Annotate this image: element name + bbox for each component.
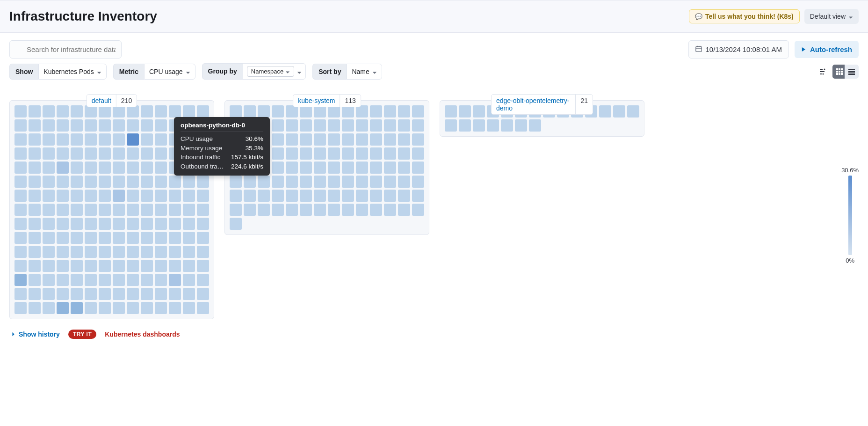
pod-cell[interactable] [141,204,153,216]
pod-cell[interactable] [169,302,181,314]
pod-cell[interactable] [14,232,27,244]
kubernetes-dashboards-link[interactable]: Kubernetes dashboards [105,331,180,338]
pod-cell[interactable] [141,260,153,272]
pod-cell[interactable] [384,162,396,174]
pod-cell[interactable] [412,147,424,160]
pod-cell[interactable] [57,288,69,300]
pod-cell[interactable] [230,105,242,118]
pod-cell[interactable] [197,274,209,286]
groupby-chip[interactable]: Namespace [247,66,294,77]
pod-cell[interactable] [183,176,195,188]
pod-cell[interactable] [370,190,382,202]
namespace-name[interactable]: default [87,95,116,107]
search-input[interactable] [9,40,122,59]
pod-cell[interactable] [412,190,424,202]
pod-cell[interactable] [71,176,83,188]
pod-cell[interactable] [197,302,209,314]
pod-cell[interactable] [85,246,97,258]
pod-cell[interactable] [29,218,41,230]
pod-cell[interactable] [99,288,111,300]
pod-cell[interactable] [314,176,326,188]
pod-cell[interactable] [529,119,541,132]
pod-cell[interactable] [230,190,242,202]
pod-cell[interactable] [99,218,111,230]
pod-cell[interactable] [141,246,153,258]
pod-cell[interactable] [272,133,284,146]
pod-cell[interactable] [14,133,27,146]
pod-cell[interactable] [272,190,284,202]
pod-cell[interactable] [197,260,209,272]
show-history-toggle[interactable]: Show history [11,331,60,338]
pod-cell[interactable] [384,190,396,202]
filter-sortby-value[interactable]: Name [347,64,382,80]
pod-cell[interactable] [155,260,167,272]
legend-options-button[interactable] [816,65,830,79]
pod-cell[interactable] [14,204,27,216]
pod-cell[interactable] [342,176,354,188]
pod-cell[interactable] [127,162,139,174]
pod-cell[interactable] [14,246,27,258]
namespace-name[interactable]: kube-system [293,95,340,107]
pod-cell[interactable] [113,232,125,244]
pod-cell[interactable] [445,105,457,118]
pod-cell[interactable] [71,302,83,314]
pod-cell[interactable] [356,190,368,202]
pod-cell[interactable] [43,147,55,160]
pod-cell[interactable] [57,204,69,216]
pod-cell[interactable] [501,119,513,132]
pod-cell[interactable] [113,147,125,160]
pod-cell[interactable] [169,204,181,216]
pod-cell[interactable] [342,162,354,174]
pod-cell[interactable] [155,133,167,146]
pod-cell[interactable] [43,176,55,188]
pod-cell[interactable] [43,162,55,174]
pod-cell[interactable] [155,274,167,286]
pod-cell[interactable] [43,105,55,118]
pod-cell[interactable] [356,133,368,146]
pod-cell[interactable] [342,204,354,216]
filter-metric-value[interactable]: CPU usage [144,64,195,80]
pod-cell[interactable] [113,302,125,314]
pod-cell[interactable] [286,204,298,216]
pod-cell[interactable] [141,274,153,286]
pod-cell[interactable] [29,119,41,132]
pod-cell[interactable] [459,119,471,132]
pod-cell[interactable] [169,260,181,272]
pod-cell[interactable] [29,105,41,118]
pod-cell[interactable] [57,105,69,118]
pod-cell[interactable] [29,246,41,258]
pod-cell[interactable] [314,119,326,132]
pod-cell[interactable] [43,302,55,314]
pod-cell[interactable] [286,162,298,174]
pod-cell[interactable] [197,246,209,258]
pod-cell[interactable] [85,274,97,286]
pod-cell[interactable] [127,119,139,132]
pod-cell[interactable] [314,162,326,174]
pod-cell[interactable] [300,190,312,202]
pod-cell[interactable] [370,105,382,118]
filter-show-value[interactable]: Kubernetes Pods [38,64,106,80]
pod-cell[interactable] [14,119,27,132]
pod-cell[interactable] [412,133,424,146]
pod-cell[interactable] [398,119,410,132]
pod-cell[interactable] [258,176,270,188]
pod-cell[interactable] [370,147,382,160]
pod-cell[interactable] [169,246,181,258]
pod-cell[interactable] [356,162,368,174]
pod-cell[interactable] [29,232,41,244]
pod-cell[interactable] [57,302,69,314]
pod-cell[interactable] [29,133,41,146]
pod-cell[interactable] [57,190,69,202]
pod-cell[interactable] [71,119,83,132]
pod-cell[interactable] [99,302,111,314]
pod-cell[interactable] [169,274,181,286]
pod-cell[interactable] [85,133,97,146]
pod-cell[interactable] [127,190,139,202]
pod-cell[interactable] [183,204,195,216]
pod-cell[interactable] [113,246,125,258]
pod-cell[interactable] [272,119,284,132]
pod-cell[interactable] [127,218,139,230]
pod-cell[interactable] [14,218,27,230]
pod-cell[interactable] [127,246,139,258]
pod-cell[interactable] [43,260,55,272]
